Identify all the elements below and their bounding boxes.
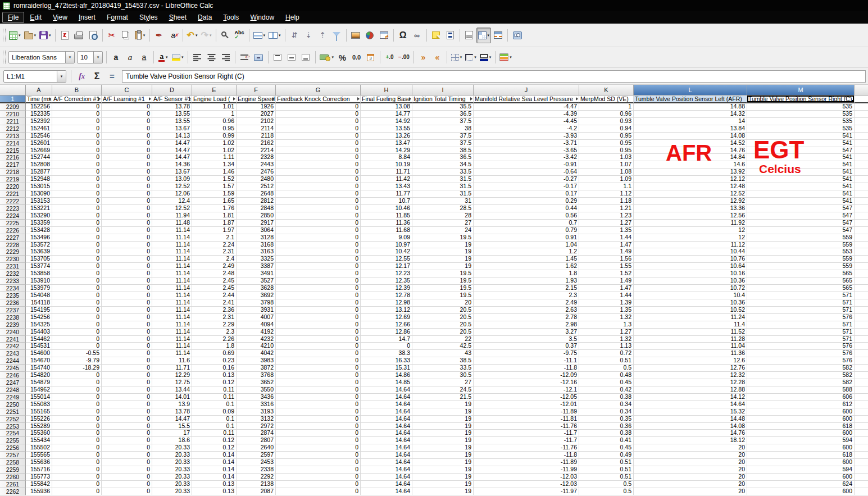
cell-M1[interactable]: Tumble Valve Position Sensor Right (C) <box>747 95 855 103</box>
cell-C2217[interactable]: 0 <box>102 161 152 169</box>
cell-A2211[interactable]: 152392 <box>26 118 52 125</box>
cell-J2260[interactable]: -12.03 <box>474 474 579 481</box>
cell-G2228[interactable]: 0 <box>276 242 361 249</box>
cell-J2216[interactable]: -3.42 <box>474 154 579 161</box>
cell-K2259[interactable]: 0.51 <box>579 466 634 474</box>
cell-E2246[interactable]: 0.13 <box>192 372 237 379</box>
redo-button[interactable]: ↷▾ <box>199 28 213 43</box>
cell-I2244[interactable]: 38.5 <box>412 357 474 365</box>
cell-D2249[interactable]: 14.01 <box>152 394 192 401</box>
chevron-down-icon[interactable]: ▾ <box>474 55 476 60</box>
cell-D2237[interactable]: 11.14 <box>152 307 192 314</box>
cell-M2234[interactable]: 565 <box>747 285 855 292</box>
cell-L2235[interactable]: 10.4 <box>634 292 747 299</box>
cell-E2223[interactable]: 1.76 <box>192 205 237 212</box>
cell-B2232[interactable]: 0 <box>52 270 102 277</box>
cell-H2233[interactable]: 12.35 <box>361 277 412 285</box>
cell-J2242[interactable]: 0.37 <box>474 343 579 350</box>
row-header-2218[interactable]: 2218 <box>0 169 26 176</box>
cell-B2216[interactable]: 0 <box>52 154 102 161</box>
cell-E2251[interactable]: 0.09 <box>192 408 237 416</box>
cell-E2214[interactable]: 1.02 <box>192 140 237 147</box>
cell-B2222[interactable]: 0 <box>52 198 102 205</box>
column-header-K[interactable]: K <box>579 85 634 95</box>
cell-K2240[interactable]: 1.27 <box>579 329 634 336</box>
cell-C2209[interactable]: 0 <box>102 103 152 111</box>
cell-D2253[interactable]: 15.5 <box>152 423 192 430</box>
cell-K2223[interactable]: 1.21 <box>579 205 634 212</box>
row-header-2209[interactable]: 2209 <box>0 103 26 111</box>
cell-A2260[interactable]: 155773 <box>26 474 52 481</box>
sort-ascending-button[interactable]: ⇣ <box>302 28 316 43</box>
cell-K2211[interactable]: 0.93 <box>579 118 634 125</box>
cell-G2257[interactable]: 0 <box>276 452 361 459</box>
print-preview-button[interactable] <box>86 28 100 43</box>
cell-H2231[interactable]: 12.17 <box>361 263 412 270</box>
cell-D2239[interactable]: 11.14 <box>152 321 192 329</box>
cell-H2214[interactable]: 13.47 <box>361 140 412 147</box>
row-header-2243[interactable]: 2243 <box>0 350 26 357</box>
cell-D2219[interactable]: 13.09 <box>152 176 192 183</box>
cell-G2240[interactable]: 0 <box>276 329 361 336</box>
cell-B2220[interactable]: 0 <box>52 183 102 190</box>
cell-K2257[interactable]: 0.49 <box>579 452 634 459</box>
cell-K2214[interactable]: 0.95 <box>579 140 634 147</box>
cell-H1[interactable]: Final Fueling Base <box>361 95 412 103</box>
cell-J2256[interactable]: -11.76 <box>474 444 579 452</box>
cell-J2245[interactable]: -11.8 <box>474 365 579 372</box>
cell-J2251[interactable]: -11.89 <box>474 408 579 416</box>
cell-G2218[interactable]: 0 <box>276 169 361 176</box>
cell-J2254[interactable]: -11.7 <box>474 430 579 437</box>
menu-sheet[interactable]: Sheet <box>163 12 192 23</box>
formula-button[interactable]: = <box>105 69 119 83</box>
name-box[interactable]: L1:M1 ▾ <box>3 70 66 83</box>
cell-K2248[interactable]: 0.42 <box>579 386 634 394</box>
cell-I2240[interactable]: 20.5 <box>412 329 474 336</box>
cell-A2220[interactable]: 153015 <box>26 183 52 190</box>
cell-I2252[interactable]: 19 <box>412 416 474 423</box>
menu-edit[interactable]: Edit <box>24 12 47 23</box>
menu-format[interactable]: Format <box>101 12 134 23</box>
cell-K2236[interactable]: 1.39 <box>579 299 634 307</box>
cell-L2249[interactable]: 14.12 <box>634 394 747 401</box>
cell-G2254[interactable]: 0 <box>276 430 361 437</box>
row-header-2230[interactable]: 2230 <box>0 256 26 263</box>
cell-F2246[interactable]: 3768 <box>237 372 276 379</box>
cell-F2226[interactable]: 3064 <box>237 227 276 234</box>
cell-G1[interactable]: Feedback Knock Correction <box>276 95 361 103</box>
cell-L2247[interactable]: 12.28 <box>634 379 747 386</box>
cell-F2209[interactable]: 1926 <box>237 103 276 111</box>
cell-M2260[interactable]: 600 <box>747 474 855 481</box>
row-header-2244[interactable]: 2244 <box>0 357 26 365</box>
cell-I2262[interactable]: 19 <box>412 488 474 495</box>
cell-A2210[interactable]: 152335 <box>26 111 52 118</box>
cell-C2227[interactable]: 0 <box>102 234 152 242</box>
cell-L2241[interactable]: 11.28 <box>634 336 747 343</box>
cell-A2212[interactable]: 152461 <box>26 125 52 133</box>
cell-E2219[interactable]: 1.52 <box>192 176 237 183</box>
cell-B2250[interactable]: 0 <box>52 401 102 408</box>
cell-M2254[interactable]: 600 <box>747 430 855 437</box>
cell-I2255[interactable]: 19 <box>412 437 474 444</box>
cell-J2249[interactable]: -12.05 <box>474 394 579 401</box>
cell-M2226[interactable]: 547 <box>747 227 855 234</box>
chevron-down-icon[interactable]: ▾ <box>181 55 184 60</box>
row-header-2259[interactable]: 2259 <box>0 466 26 474</box>
cell-D2257[interactable]: 20.33 <box>152 452 192 459</box>
chevron-down-icon[interactable]: ▾ <box>510 55 512 60</box>
cell-H2256[interactable]: 14.64 <box>361 444 412 452</box>
cell-I2239[interactable]: 20.5 <box>412 321 474 329</box>
cell-L2238[interactable]: 11.24 <box>634 314 747 321</box>
cell-A2234[interactable]: 153979 <box>26 285 52 292</box>
cell-L2262[interactable]: 20 <box>634 488 747 495</box>
cell-A2254[interactable]: 155360 <box>26 430 52 437</box>
cell-A2213[interactable]: 152546 <box>26 133 52 140</box>
cell-K2219[interactable]: 1.09 <box>579 176 634 183</box>
cell-A2253[interactable]: 155289 <box>26 423 52 430</box>
cell-H2255[interactable]: 14.64 <box>361 437 412 444</box>
cell-G2230[interactable]: 0 <box>276 256 361 263</box>
cell-D2247[interactable]: 12.75 <box>152 379 192 386</box>
cell-K2262[interactable]: 0.5 <box>579 488 634 495</box>
sum-button[interactable]: Σ <box>90 69 104 83</box>
cell-F2241[interactable]: 4232 <box>237 336 276 343</box>
